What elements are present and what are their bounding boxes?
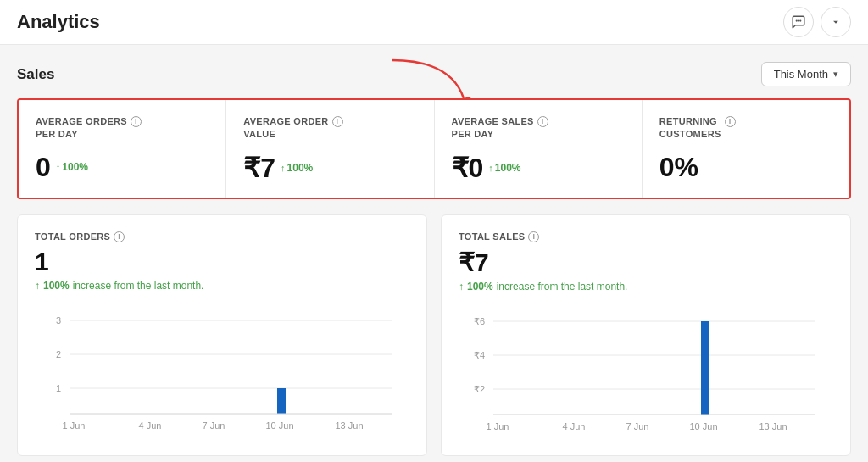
this-month-dropdown[interactable]: This Month ▾ (761, 62, 851, 86)
chevron-down-icon: ▾ (833, 69, 838, 80)
info-icon-avg-orders: i (131, 116, 142, 127)
svg-rect-25 (701, 321, 709, 415)
stat-change-avg-sales: ↑ 100% (488, 162, 520, 174)
stat-card-avg-order-value: AVERAGE ORDERVALUE i ₹7 ↑ 100% (226, 100, 434, 198)
stat-card-returning-customers: RETURNINGCUSTOMERS i 0% (643, 100, 849, 198)
info-icon-avg-sales: i (537, 116, 548, 127)
chart-card-total-sales: TOTAL SALES i ₹7 ↑ 100% increase from th… (441, 214, 851, 456)
stat-label-avg-sales: AVERAGE SALESPER DAY i (452, 115, 625, 142)
chat-button[interactable] (783, 7, 814, 37)
stat-value-returning-customers: 0% (659, 152, 832, 183)
svg-text:₹2: ₹2 (474, 384, 485, 394)
section-header: Sales This Month ▾ (17, 62, 851, 86)
svg-text:7 Jun: 7 Jun (626, 421, 649, 431)
header: Analytics (0, 0, 868, 45)
stat-label-avg-order-value: AVERAGE ORDERVALUE i (243, 115, 416, 142)
svg-text:10 Jun: 10 Jun (689, 421, 717, 431)
up-arrow-icon: ↑ (488, 163, 493, 173)
page-title: Analytics (17, 11, 100, 33)
svg-text:₹4: ₹4 (474, 350, 485, 360)
stat-change-avg-orders: ↑ 100% (56, 161, 88, 173)
info-icon-total-sales: i (528, 231, 539, 242)
svg-text:13 Jun: 13 Jun (335, 420, 363, 431)
header-actions (783, 7, 851, 37)
info-icon-avg-order-value: i (332, 116, 343, 127)
stats-row: AVERAGE ORDERSPER DAY i 0 ↑ 100% AVERAGE… (17, 98, 851, 199)
svg-text:1 Jun: 1 Jun (63, 420, 86, 431)
stat-card-avg-orders: AVERAGE ORDERSPER DAY i 0 ↑ 100% (19, 100, 226, 198)
total-sales-chart: ₹6 ₹4 ₹2 1 Jun 4 Jun 7 Jun 10 Jun 13 Jun (459, 304, 833, 443)
svg-text:1 Jun: 1 Jun (487, 421, 509, 431)
stats-container: AVERAGE ORDERSPER DAY i 0 ↑ 100% AVERAGE… (17, 98, 851, 199)
dropdown-button[interactable] (821, 7, 851, 37)
chart-value-total-orders: 1 (35, 248, 409, 276)
dropdown-label: This Month (774, 68, 828, 81)
stat-change-avg-order-value: ↑ 100% (281, 162, 313, 174)
chart-increase-total-orders: ↑ 100% increase from the last month. (35, 280, 409, 292)
chevron-down-icon (830, 16, 842, 28)
chart-value-total-sales: ₹7 (459, 248, 833, 277)
svg-text:13 Jun: 13 Jun (759, 421, 787, 431)
total-sales-prefix: ₹ (459, 248, 475, 276)
svg-text:4 Jun: 4 Jun (563, 421, 586, 431)
chart-label-total-orders: TOTAL ORDERS i (35, 231, 409, 242)
svg-text:2: 2 (56, 349, 61, 359)
up-arrow-icon: ↑ (56, 162, 61, 172)
up-arrow-icon: ↑ (459, 281, 464, 292)
svg-text:1: 1 (56, 383, 61, 393)
charts-row: TOTAL ORDERS i 1 ↑ 100% increase from th… (17, 214, 851, 456)
stat-card-avg-sales: AVERAGE SALESPER DAY i ₹0 ↑ 100% (435, 100, 643, 198)
up-arrow-icon: ↑ (35, 280, 40, 292)
chart-card-total-orders: TOTAL ORDERS i 1 ↑ 100% increase from th… (17, 214, 427, 456)
svg-text:3: 3 (56, 315, 61, 326)
svg-text:₹6: ₹6 (474, 316, 485, 326)
main-content: Sales This Month ▾ AVERAGE ORDERSPER DAY… (0, 45, 868, 462)
total-orders-chart: 3 2 1 1 Jun 4 Jun 7 Jun 10 Jun 13 Jun (35, 303, 409, 443)
up-arrow-icon: ↑ (281, 163, 286, 173)
chart-increase-total-sales: ↑ 100% increase from the last month. (459, 281, 833, 292)
svg-text:10 Jun: 10 Jun (265, 420, 293, 431)
svg-text:4 Jun: 4 Jun (139, 420, 162, 431)
chat-icon (791, 14, 806, 30)
svg-rect-11 (277, 388, 286, 414)
stat-label-returning-customers: RETURNINGCUSTOMERS i (659, 115, 832, 142)
stat-label-avg-orders: AVERAGE ORDERSPER DAY i (36, 115, 209, 142)
info-icon-total-orders: i (114, 231, 125, 242)
svg-text:7 Jun: 7 Jun (203, 420, 225, 431)
info-icon-returning-customers: i (725, 116, 736, 127)
stat-value-avg-orders: 0 ↑ 100% (36, 152, 209, 183)
section-title: Sales (17, 66, 54, 83)
chart-label-total-sales: TOTAL SALES i (459, 231, 833, 242)
stat-value-avg-order-value: ₹7 ↑ 100% (243, 152, 416, 184)
stat-value-avg-sales: ₹0 ↑ 100% (452, 152, 625, 184)
